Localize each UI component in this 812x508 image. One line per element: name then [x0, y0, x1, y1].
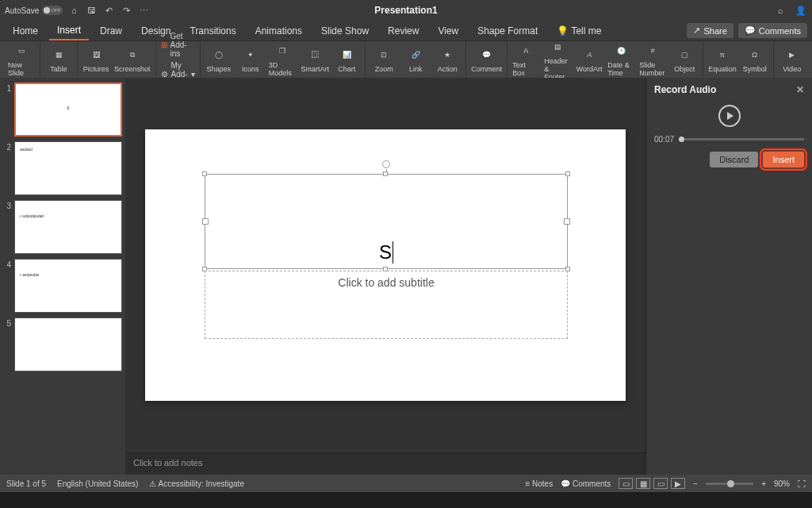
thumbnail-1[interactable]: S: [14, 83, 122, 137]
zoom-slider[interactable]: [706, 483, 753, 485]
tab-draw[interactable]: Draw: [92, 22, 130, 40]
tab-view[interactable]: View: [430, 22, 466, 40]
resize-handle[interactable]: [565, 171, 570, 176]
equation-icon: π: [714, 46, 731, 64]
datetime-button[interactable]: 🕑Date & Time: [607, 42, 634, 77]
video-button[interactable]: ▶Video: [779, 46, 806, 73]
ribbon-tabs: Home Insert Draw Design Transitions Anim…: [0, 21, 812, 41]
tab-review[interactable]: Review: [380, 22, 427, 40]
slide-canvas[interactable]: S Click to add subtitle: [145, 129, 626, 401]
discard-button[interactable]: Discard: [710, 152, 758, 167]
redo-icon[interactable]: ↷: [120, 4, 132, 17]
titlebar: AutoSave OFF ⌂ 🖫 ↶ ↷ ⋯ Presentation1 ⌕ 👤: [0, 0, 812, 21]
pictures-icon: 🖼: [87, 46, 105, 64]
tab-slideshow[interactable]: Slide Show: [313, 22, 377, 40]
video-icon: ▶: [783, 46, 801, 64]
play-button[interactable]: [718, 105, 741, 127]
pictures-button[interactable]: 🖼Pictures: [82, 46, 109, 73]
zoom-level[interactable]: 90%: [774, 479, 790, 488]
table-icon: ▦: [50, 46, 67, 64]
textbox-button[interactable]: AText Box: [512, 42, 539, 77]
zoom-out-icon[interactable]: −: [693, 479, 698, 488]
save-icon[interactable]: 🖫: [85, 4, 98, 17]
tab-home[interactable]: Home: [5, 22, 46, 40]
thumb-num: 1: [3, 83, 11, 137]
accessibility-indicator[interactable]: ⚠ Accessibility: Investigate: [149, 479, 244, 488]
time-display: 00:07: [654, 135, 674, 144]
resize-handle[interactable]: [202, 171, 207, 176]
notes-toggle[interactable]: ≡ Notes: [525, 479, 553, 488]
canvas-area: S Click to add subtitle Click to add not…: [125, 78, 645, 475]
subtitle-placeholder[interactable]: Click to add subtitle: [205, 271, 568, 339]
titlebar-left: AutoSave OFF ⌂ 🖫 ↶ ↷ ⋯: [5, 4, 150, 17]
icons-icon: ✦: [242, 46, 259, 64]
object-button[interactable]: ▢Object: [671, 46, 698, 73]
chart-button[interactable]: 📊Chart: [333, 46, 360, 73]
icons-button[interactable]: ✦Icons: [237, 46, 264, 73]
equation-button[interactable]: πEquation: [708, 46, 737, 73]
autosave-label: AutoSave: [5, 6, 39, 15]
shapes-button[interactable]: ◯Shapes: [205, 46, 232, 73]
resize-handle[interactable]: [383, 171, 388, 176]
tab-shapeformat[interactable]: Shape Format: [469, 22, 546, 40]
zoom-button[interactable]: ⊡Zoom: [370, 46, 397, 73]
slide-thumbnails: 1S 2asdasd 3• sdasdasdad 4• asdasdas 5: [0, 78, 125, 475]
tab-tellme[interactable]: 💡 Tell me: [549, 22, 609, 40]
notes-pane[interactable]: Click to add notes: [125, 452, 645, 475]
fit-icon[interactable]: ⛶: [798, 479, 806, 488]
textbox-icon: A: [517, 42, 534, 60]
sorter-view-icon[interactable]: ▦: [636, 478, 650, 489]
zoom-icon: ⊡: [375, 46, 393, 64]
record-audio-panel: Record Audio ✕ 00:07 Discard Insert: [645, 78, 812, 475]
new-slide-button[interactable]: ▭New Slide: [8, 42, 35, 77]
comments-toggle[interactable]: 💬 Comments: [561, 479, 611, 488]
title-placeholder[interactable]: S: [205, 174, 568, 269]
tab-insert[interactable]: Insert: [49, 21, 89, 40]
action-button[interactable]: ★Action: [434, 46, 461, 73]
screenshot-button[interactable]: ⧉Screenshot: [114, 46, 151, 73]
toggle-switch[interactable]: OFF: [42, 6, 63, 15]
autosave-toggle[interactable]: AutoSave OFF: [5, 6, 63, 15]
symbol-button[interactable]: ΩSymbol: [741, 46, 768, 73]
store-icon: ⊞: [161, 40, 167, 49]
main-area: 1S 2asdasd 3• sdasdasdad 4• asdasdas 5 S: [0, 78, 812, 475]
3dmodels-button[interactable]: ❒3D Models: [269, 42, 297, 77]
thumbnail-4[interactable]: • asdasdas: [14, 259, 122, 313]
get-addins-button[interactable]: ⊞Get Add-ins: [161, 32, 195, 58]
home-icon[interactable]: ⌂: [67, 4, 80, 17]
wordart-button[interactable]: AWordArt: [576, 46, 603, 73]
undo-icon[interactable]: ↶: [102, 4, 115, 17]
close-icon[interactable]: ✕: [796, 84, 804, 95]
canvas-scroll[interactable]: S Click to add subtitle: [125, 78, 645, 452]
zoom-in-icon[interactable]: +: [761, 479, 766, 488]
slide-indicator[interactable]: Slide 1 of 5: [6, 479, 46, 488]
object-icon: ▢: [676, 46, 693, 64]
table-button[interactable]: ▦Table: [45, 46, 72, 73]
header-button[interactable]: ▤Header & Footer: [544, 38, 571, 81]
title-text[interactable]: S: [379, 241, 393, 264]
smartart-icon: ⿴: [306, 46, 324, 64]
rotate-handle[interactable]: [382, 160, 390, 168]
comment-button[interactable]: 💬Comment: [471, 46, 502, 73]
header-icon: ▤: [549, 38, 566, 56]
share-button[interactable]: ↗ Share: [687, 23, 733, 38]
slideshow-view-icon[interactable]: ▶: [671, 478, 685, 489]
tab-animations[interactable]: Animations: [247, 22, 310, 40]
normal-view-icon[interactable]: ▭: [619, 478, 633, 489]
search-icon[interactable]: ⌕: [774, 4, 787, 17]
thumbnail-5[interactable]: [14, 318, 122, 371]
thumbnail-2[interactable]: asdasd: [14, 141, 122, 195]
more-icon[interactable]: ⋯: [137, 4, 150, 17]
audio-progress[interactable]: [679, 138, 804, 140]
reading-view-icon[interactable]: ▭: [653, 478, 668, 489]
screenshot-icon: ⧉: [124, 46, 141, 64]
comments-button[interactable]: 💬 Comments: [738, 23, 807, 38]
slidenum-icon: #: [644, 42, 661, 60]
account-icon[interactable]: 👤: [795, 4, 807, 17]
link-button[interactable]: 🔗Link: [402, 46, 429, 73]
smartart-button[interactable]: ⿴SmartArt: [301, 46, 328, 73]
language-indicator[interactable]: English (United States): [57, 479, 138, 488]
slidenum-button[interactable]: #Slide Number: [639, 42, 666, 77]
thumbnail-3[interactable]: • sdasdasdad: [14, 200, 122, 254]
insert-button[interactable]: Insert: [763, 152, 804, 167]
